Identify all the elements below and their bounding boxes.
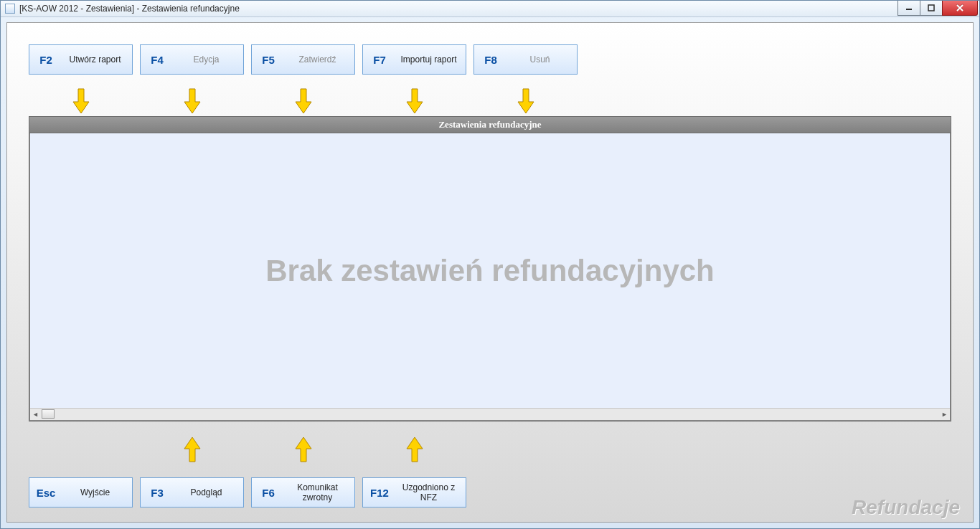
arrow-down-icon (404, 87, 425, 115)
maximize-icon (928, 4, 935, 11)
arrow-up-icon (293, 436, 314, 463)
scroll-thumb[interactable] (42, 409, 55, 419)
button-label: Usuń (507, 54, 577, 65)
minimize-button[interactable] (897, 1, 920, 16)
close-icon (956, 4, 964, 11)
top_buttons-f2-button[interactable]: F2Utwórz raport (29, 44, 133, 75)
svg-marker-7 (184, 437, 200, 462)
bottom_buttons-f3-button[interactable]: F3Podgląd (140, 477, 244, 507)
grid-body: Brak zestawień refundacyjnych (30, 133, 950, 408)
grid-empty-message: Brak zestawień refundacyjnych (265, 254, 715, 288)
top_buttons-f7-button[interactable]: F7Importuj raport (362, 44, 466, 75)
button-label: Utwórz raport (62, 54, 132, 65)
arrow-down-icon (293, 87, 314, 115)
horizontal-scrollbar[interactable]: ◄ ► (30, 408, 950, 420)
scroll-right-icon: ► (939, 409, 950, 420)
svg-marker-6 (518, 89, 534, 113)
button-label: Wyjście (62, 487, 132, 497)
svg-marker-9 (407, 437, 423, 462)
button-label: Podgląd (174, 487, 243, 497)
top_buttons-f8-button[interactable]: F8Usuń (473, 44, 578, 75)
window-title: [KS-AOW 2012 - Zestawienia] - Zestawieni… (19, 4, 240, 14)
svg-marker-5 (407, 89, 423, 113)
key-label: F3 (141, 487, 174, 499)
key-label: F4 (141, 54, 174, 66)
close-button[interactable] (942, 1, 978, 16)
button-label: Komunikat zwrotny (285, 482, 354, 502)
watermark: Refundacje (852, 496, 960, 519)
svg-marker-2 (73, 89, 89, 113)
key-label: F2 (29, 54, 62, 66)
key-label: F5 (252, 54, 285, 66)
top_buttons-f4-button[interactable]: F4Edycja (140, 44, 244, 75)
key-label: Esc (29, 487, 62, 499)
top-arrow-row (29, 87, 578, 115)
svg-marker-4 (296, 89, 311, 113)
top-button-row: F2Utwórz raportF4EdycjaF5ZatwierdźF7Impo… (29, 44, 578, 75)
arrow-up-icon (182, 436, 203, 463)
scroll-left-icon: ◄ (30, 409, 41, 420)
grid-panel: Zestawienia refundacyjne Brak zestawień … (29, 116, 951, 421)
app-icon (5, 4, 15, 14)
button-label: Importuj raport (396, 54, 466, 65)
key-label: F8 (474, 54, 507, 66)
bottom-button-row: EscWyjścieF3PodglądF6Komunikat zwrotnyF1… (29, 477, 466, 507)
bottom-arrow-row (29, 436, 466, 463)
svg-marker-8 (296, 437, 311, 462)
key-label: F7 (363, 54, 396, 66)
client-area: F2Utwórz raportF4EdycjaF5ZatwierdźF7Impo… (6, 22, 974, 523)
arrow-down-icon (70, 87, 92, 115)
svg-marker-3 (184, 89, 200, 113)
bottom_buttons-f12-button[interactable]: F12Uzgodniono z NFZ (362, 477, 466, 507)
key-label: F12 (363, 487, 396, 499)
grid-header: Zestawienia refundacyjne (29, 117, 951, 133)
top_buttons-f5-button[interactable]: F5Zatwierdź (251, 44, 355, 75)
arrow-down-icon (515, 87, 537, 115)
button-label: Zatwierdź (285, 54, 354, 65)
svg-rect-1 (928, 5, 934, 11)
button-label: Edycja (174, 54, 243, 65)
titlebar: [KS-AOW 2012 - Zestawienia] - Zestawieni… (1, 1, 979, 17)
button-label: Uzgodniono z NFZ (396, 482, 466, 502)
maximize-button[interactable] (920, 1, 943, 16)
arrow-down-icon (182, 87, 203, 115)
window-controls (898, 1, 978, 15)
key-label: F6 (252, 487, 285, 499)
svg-rect-0 (906, 9, 912, 10)
bottom_buttons-esc-button[interactable]: EscWyjście (29, 477, 133, 507)
arrow-up-icon (404, 436, 425, 463)
bottom_buttons-f6-button[interactable]: F6Komunikat zwrotny (251, 477, 355, 507)
minimize-icon (905, 4, 913, 11)
app-window: [KS-AOW 2012 - Zestawienia] - Zestawieni… (0, 0, 980, 529)
